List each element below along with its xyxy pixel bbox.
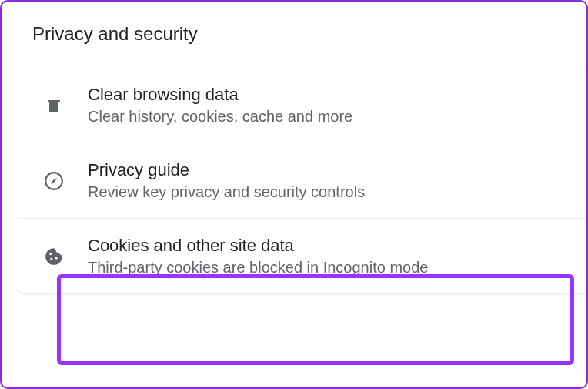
row-subtitle: Third-party cookies are blocked in Incog… <box>88 259 565 277</box>
row-text: Cookies and other site data Third-party … <box>88 236 565 277</box>
trash-icon <box>40 96 68 115</box>
row-privacy-guide[interactable]: Privacy guide Review key privacy and sec… <box>18 143 586 219</box>
row-text: Privacy guide Review key privacy and sec… <box>88 160 565 201</box>
page-title: Privacy and security <box>2 2 586 45</box>
settings-card: Clear browsing data Clear history, cooki… <box>18 68 586 293</box>
row-cookies[interactable]: Cookies and other site data Third-party … <box>18 219 586 293</box>
svg-point-2 <box>49 253 52 255</box>
row-subtitle: Review key privacy and security controls <box>88 183 565 201</box>
row-title: Clear browsing data <box>88 85 565 105</box>
row-clear-browsing-data[interactable]: Clear browsing data Clear history, cooki… <box>18 68 586 143</box>
row-text: Clear browsing data Clear history, cooki… <box>88 85 565 126</box>
cookie-icon <box>40 246 68 267</box>
row-title: Cookies and other site data <box>88 236 565 256</box>
row-title: Privacy guide <box>88 160 565 180</box>
compass-icon <box>40 171 68 191</box>
svg-point-4 <box>55 257 58 259</box>
svg-point-3 <box>50 257 52 260</box>
row-subtitle: Clear history, cookies, cache and more <box>88 108 565 126</box>
svg-marker-1 <box>51 177 58 184</box>
